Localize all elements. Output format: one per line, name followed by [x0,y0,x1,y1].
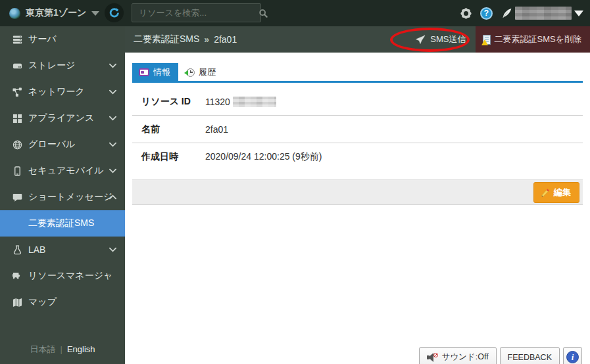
chevron-down-icon [109,247,116,252]
chevron-down-icon [109,89,116,95]
storage-icon [12,60,22,71]
row-label: リソース ID [132,96,205,108]
sidebar-item-map[interactable]: マップ [0,289,125,315]
info-icon: i [566,351,579,363]
language-en[interactable]: English [67,344,95,354]
puzzle-icon [12,271,22,281]
tab-bar: 情報 履歴 [132,63,583,83]
resource-header: 二要素認証SMS » 2fa01 SMS送信 二要素認証SMSを削除 [125,26,590,53]
tab-info[interactable]: 情報 [132,63,178,81]
edit-button[interactable]: 編集 [533,182,579,203]
account-name-redacted [515,7,572,20]
row-label: 作成日時 [132,151,205,163]
table-row-resource-id: リソース ID 11320 [132,88,583,116]
sidebar-item-label: ショートメッセージ [28,191,112,203]
action-bar: 編集 [132,179,583,205]
delete-doc-icon [483,35,491,45]
pencil-icon [540,187,550,197]
info-table: リソース ID 11320 名前 2fa01 作成日時 2020/09/24 1… [132,88,583,171]
map-icon [12,297,22,307]
search-box [132,3,261,22]
globe-wire-icon [12,139,22,150]
chevron-down-icon [109,63,116,68]
language-separator: | [60,344,62,354]
sms-send-label: SMS送信 [430,34,466,45]
sidebar-item-network[interactable]: ネットワーク [0,79,125,105]
breadcrumb-parent[interactable]: 二要素認証SMS [134,34,199,45]
sidebar-item-resource-manager[interactable]: リソースマネージャ [0,263,125,289]
info-button[interactable]: i [563,347,582,364]
delete-2fa-sms-button[interactable]: 二要素認証SMSを削除 [476,26,590,53]
main-body: 情報 履歴 リソース ID 11320 名前 2fa01 [125,53,590,205]
sidebar-item-label: LAB [28,244,45,255]
sound-label: サウンド:Off [442,352,489,363]
refresh-icon [109,7,120,18]
breadcrumb-separator: » [204,34,209,45]
mobile-icon [12,166,22,176]
tab-info-label: 情報 [153,66,170,78]
sidebar-item-secure-mobile[interactable]: セキュアモバイル [0,158,125,184]
sidebar-item-appliance[interactable]: アプライアンス [0,105,125,131]
topbar: 東京第1ゾーン ? [0,0,590,26]
chevron-down-icon [109,116,116,121]
server-icon [12,34,22,45]
table-row-name: 名前 2fa01 [132,116,583,143]
sms-send-button[interactable]: SMS送信 [406,26,475,53]
refresh-button[interactable] [105,3,124,22]
paper-plane-icon [415,35,426,45]
breadcrumb-current: 2fa01 [214,34,237,45]
sidebar-item-2fa-sms[interactable]: 二要素認証SMS [0,210,125,237]
sidebar-item-label: ネットワーク [28,86,85,98]
sidebar-item-storage[interactable]: ストレージ [0,53,125,79]
sidebar-item-global[interactable]: グローバル [0,131,125,158]
edit-label: 編集 [554,187,571,198]
network-icon [12,87,22,97]
chevron-up-icon [109,194,116,200]
message-icon [12,192,22,202]
search-input[interactable] [132,8,258,18]
sidebar-item-lab[interactable]: LAB [0,237,125,263]
chevron-down-icon [109,168,116,173]
sidebar-item-label: ストレージ [28,60,75,72]
gear-icon[interactable] [460,8,472,19]
zone-globe-icon [9,8,20,19]
floating-buttons: サウンド:Off FEEDBACK i [419,347,582,364]
zone-label: 東京第1ゾーン [26,7,86,19]
sidebar-item-short-message[interactable]: ショートメッセージ [0,184,125,210]
warning-triangle-icon [481,39,488,45]
tab-history[interactable]: 履歴 [178,63,224,81]
breadcrumb: 二要素認証SMS » 2fa01 [125,34,406,45]
history-clock-icon [185,68,195,78]
feedback-button[interactable]: FEEDBACK [500,347,560,364]
quill-icon [501,8,512,19]
delete-label: 二要素認証SMSを削除 [495,34,581,45]
sidebar-item-label: アプライアンス [28,112,94,124]
language-ja[interactable]: 日本語 [30,344,55,354]
sidebar-item-server[interactable]: サーバ [0,26,125,53]
sidebar-item-label: リソースマネージャ [28,270,112,282]
sidebar-item-label: マップ [28,296,57,308]
help-icon[interactable]: ? [480,7,493,20]
row-value: 11320 [205,97,276,107]
chevron-down-icon [574,11,583,16]
account-menu[interactable] [501,7,583,20]
search-icon[interactable] [258,9,268,18]
sidebar-item-label: サーバ [28,34,57,45]
row-value: 2020/09/24 12:00:25 (9秒前) [205,151,322,163]
sound-toggle-button[interactable]: サウンド:Off [419,347,497,364]
row-value: 2fa01 [205,124,228,135]
resource-id-value: 11320 [205,97,230,107]
sidebar-item-label: グローバル [28,139,75,150]
tab-history-label: 履歴 [199,66,216,78]
info-card-icon [139,68,149,76]
sidebar-item-label: 二要素認証SMS [28,217,94,229]
chevron-down-icon [109,142,116,147]
app-root: { "topbar": { "zone_label": "東京第1ゾーン", "… [0,0,590,364]
zone-selector[interactable]: 東京第1ゾーン [0,7,99,19]
sidebar-item-label: セキュアモバイル [28,165,104,177]
main-panel: 二要素認証SMS » 2fa01 SMS送信 二要素認証SMSを削除 情報 [125,26,590,364]
resource-id-redacted [233,97,276,107]
table-row-created-at: 作成日時 2020/09/24 12:00:25 (9秒前) [132,143,583,171]
flask-icon [12,244,22,255]
feedback-label: FEEDBACK [508,353,552,362]
